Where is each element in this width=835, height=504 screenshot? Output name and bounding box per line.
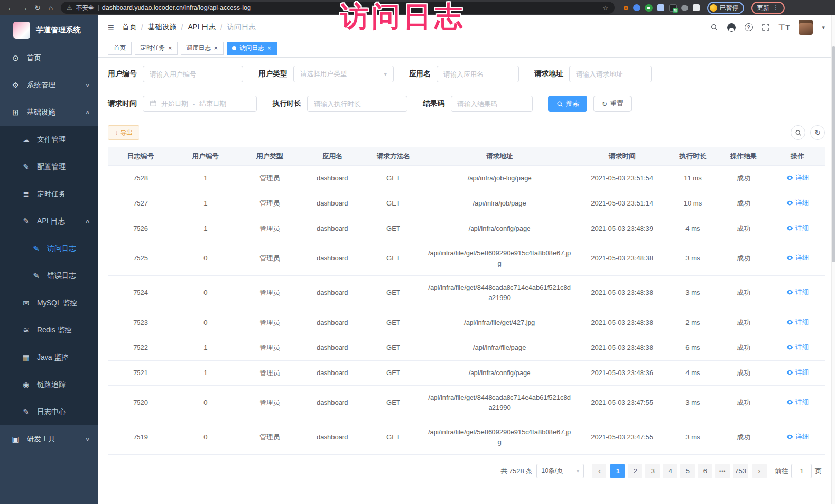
field-input[interactable] <box>451 96 533 112</box>
cell-result: 成功 <box>717 360 770 385</box>
reset-button[interactable]: ↻重置 <box>593 96 632 112</box>
logo-row[interactable]: 芋道管理系统 <box>0 15 98 44</box>
detail-link[interactable]: 详细 <box>786 342 809 352</box>
table-row: 75250管理员dashboardGET/api/infra/file/get/… <box>108 241 825 275</box>
chevron-down-icon[interactable]: ▾ <box>822 24 825 31</box>
extension-icon[interactable] <box>624 6 628 10</box>
extension-icon[interactable] <box>633 4 640 11</box>
cell-result: 成功 <box>717 385 770 420</box>
search-icon[interactable] <box>710 23 718 31</box>
prev-page-button[interactable]: ‹ <box>592 464 606 478</box>
bookmark-star-icon[interactable]: ☆ <box>602 4 608 12</box>
cell-result: 成功 <box>717 335 770 360</box>
breadcrumb-item[interactable]: 首页 <box>122 23 137 32</box>
sidebar-item-system[interactable]: ⚙系统管理∨ <box>0 71 98 99</box>
page-size-select[interactable]: 10条/页 ▾ <box>536 464 584 478</box>
breadcrumb: 首页 / 基础设施 / API 日志 / 访问日志 <box>122 23 256 32</box>
cell-duration: 11 ms <box>669 165 717 191</box>
breadcrumb-item[interactable]: API 日志 <box>188 23 215 32</box>
fullscreen-icon[interactable] <box>762 23 770 31</box>
field-input[interactable] <box>569 66 652 82</box>
sidebar-item-redis-monitor[interactable]: ≋Redis 监控 <box>0 316 98 344</box>
next-page-button[interactable]: › <box>752 464 767 478</box>
sidebar-item-error-log[interactable]: ✎错误日志 <box>0 262 98 289</box>
detail-link[interactable]: 详细 <box>786 253 809 263</box>
sidebar-item-link-trace[interactable]: ◉链路追踪 <box>0 371 98 398</box>
scrollbar-track[interactable] <box>831 15 835 504</box>
tab-访问日志[interactable]: 访问日志× <box>227 42 277 55</box>
sidebar-item-home[interactable]: ⊙首页 <box>0 44 98 71</box>
refresh-icon: ↻ <box>602 100 607 108</box>
page-button-1[interactable]: 1 <box>610 464 625 478</box>
page-button-5[interactable]: 5 <box>680 464 695 478</box>
tab-调度日志[interactable]: 调度日志× <box>181 42 224 55</box>
browser-update-button[interactable]: 更新 ⋮ <box>751 2 785 14</box>
page-button-753[interactable]: 753 <box>733 464 748 478</box>
detail-link[interactable]: 详细 <box>786 173 809 183</box>
paused-extension-pill[interactable]: 已暂停 <box>707 2 744 14</box>
back-icon[interactable]: ← <box>5 4 16 12</box>
extension-icon[interactable] <box>657 4 664 11</box>
kebab-menu-icon[interactable]: ⋮ <box>773 4 779 11</box>
sidebar-item-access-log[interactable]: ✎访问日志 <box>0 235 98 262</box>
field-input[interactable] <box>143 66 243 82</box>
search-button[interactable]: 搜索 <box>548 96 587 112</box>
filter-field: 用户编号 <box>108 66 243 82</box>
date-range-picker[interactable]: 开始日期-结束日期 <box>143 96 257 112</box>
field-input[interactable] <box>307 96 407 112</box>
field-input[interactable] <box>437 66 519 82</box>
sidebar-item-log-center[interactable]: ✎日志中心 <box>0 398 98 425</box>
export-button[interactable]: ↓ 导出 <box>108 125 139 140</box>
github-icon[interactable] <box>727 23 736 32</box>
security-label[interactable]: 不安全 <box>76 4 95 12</box>
hamburger-icon[interactable]: ≡ <box>108 22 114 33</box>
field-select[interactable]: 请选择用户类型▾ <box>293 66 394 82</box>
forward-icon[interactable]: → <box>18 4 30 12</box>
extension-icon[interactable] <box>681 5 688 11</box>
sidebar-item-java-monitor[interactable]: ▦Java 监控 <box>0 344 98 371</box>
sidebar-item-api-log[interactable]: ✎API 日志∧ <box>0 208 98 235</box>
cell-id: 7528 <box>108 165 173 191</box>
page-button-2[interactable]: 2 <box>628 464 642 478</box>
toggle-search-button[interactable] <box>791 125 805 140</box>
cell-user_id: 1 <box>173 165 237 191</box>
font-size-icon[interactable]: ⊤T <box>778 23 790 32</box>
detail-link[interactable]: 详细 <box>786 397 809 407</box>
reload-icon[interactable]: ↻ <box>32 4 43 12</box>
detail-link[interactable]: 详细 <box>786 223 809 233</box>
tab-首页[interactable]: 首页 <box>108 42 132 55</box>
page-button-6[interactable]: 6 <box>698 464 712 478</box>
refresh-button[interactable]: ↻ <box>810 125 825 140</box>
close-icon[interactable]: × <box>214 45 218 51</box>
url-text[interactable]: dashboard.yudao.iocoder.cn/infra/log/api… <box>102 4 251 11</box>
sidebar-item-infra[interactable]: ⊞基础设施∧ <box>0 99 98 126</box>
detail-link[interactable]: 详细 <box>786 198 809 208</box>
close-icon[interactable]: × <box>267 45 271 51</box>
close-icon[interactable]: × <box>168 45 172 51</box>
browser-home-icon[interactable]: ⌂ <box>45 4 57 12</box>
sidebar-item-config-manage[interactable]: ✎配置管理 <box>0 153 98 180</box>
tab-定时任务[interactable]: 定时任务× <box>135 42 178 55</box>
sidebar-item-scheduled-job[interactable]: ≣定时任务 <box>0 180 98 208</box>
translate-extension-icon[interactable]: 翻 <box>669 4 677 12</box>
detail-link[interactable]: 详细 <box>786 367 809 378</box>
page-button-4[interactable]: 4 <box>663 464 677 478</box>
cell-action: 详细 <box>770 241 825 275</box>
page-ellipsis[interactable]: ••• <box>715 464 730 478</box>
breadcrumb-item[interactable]: 基础设施 <box>148 23 177 32</box>
user-avatar[interactable] <box>799 20 813 35</box>
extension-icon[interactable] <box>645 4 653 12</box>
detail-link[interactable]: 详细 <box>786 432 809 442</box>
page-button-3[interactable]: 3 <box>645 464 660 478</box>
help-icon[interactable]: ? <box>745 23 753 31</box>
address-bar[interactable]: ⚠ 不安全 dashboard.yudao.iocoder.cn/infra/l… <box>61 2 615 14</box>
translate-badge: 翻 <box>673 8 678 13</box>
scrollbar-thumb[interactable] <box>832 46 835 262</box>
sidebar-item-mysql-monitor[interactable]: ✉MySQL 监控 <box>0 289 98 316</box>
sidebar-item-dev-tools[interactable]: ▣研发工具∨ <box>0 425 98 453</box>
detail-link[interactable]: 详细 <box>786 317 809 327</box>
goto-page-input[interactable] <box>791 464 812 478</box>
puzzle-icon[interactable] <box>693 4 700 11</box>
sidebar-item-file-manage[interactable]: ☁文件管理 <box>0 126 98 153</box>
detail-link[interactable]: 详细 <box>786 287 809 297</box>
